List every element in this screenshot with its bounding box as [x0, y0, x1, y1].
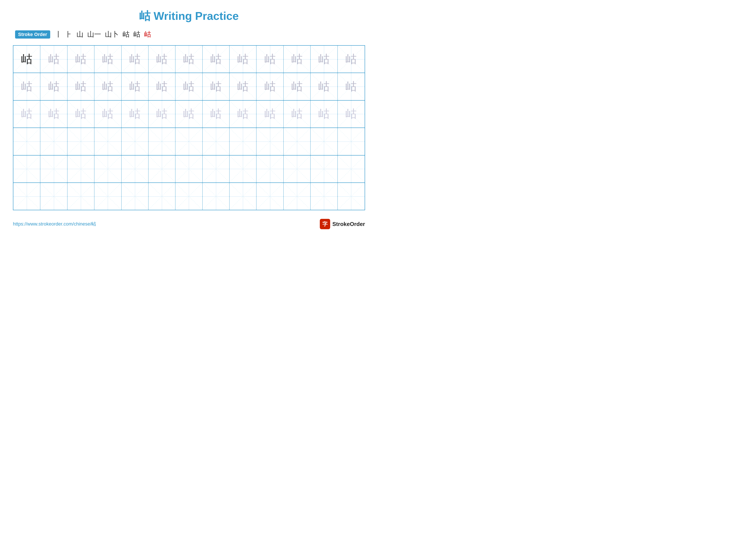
grid-cell[interactable]: 岵 [284, 73, 310, 100]
grid-cell[interactable]: 岵 [122, 101, 148, 128]
logo-text: StrokeOrder [332, 221, 365, 227]
grid-cell[interactable]: 岵 [148, 101, 176, 128]
svg-line-142 [176, 183, 202, 210]
grid-cell[interactable] [148, 128, 176, 155]
grid-cell[interactable] [94, 156, 121, 183]
grid-cell[interactable]: 岵 [176, 46, 202, 73]
grid-cell[interactable]: 岵 [40, 46, 67, 73]
grid-cell[interactable] [122, 156, 148, 183]
grid-cell[interactable]: 岵 [122, 46, 148, 73]
grid-cell[interactable] [148, 183, 176, 210]
cell-character: 岵 [210, 81, 222, 92]
svg-line-79 [14, 128, 40, 155]
grid-cell[interactable]: 岵 [230, 73, 256, 100]
grid-cell[interactable] [68, 128, 94, 155]
grid-cell[interactable]: 岵 [14, 46, 40, 73]
stroke-step-6: 岵 [133, 30, 140, 39]
grid-cell[interactable] [68, 156, 94, 183]
grid-cell[interactable]: 岵 [68, 46, 94, 73]
grid-cell[interactable]: 岵 [256, 73, 284, 100]
grid-cell[interactable]: 岵 [310, 73, 338, 100]
practice-grid: 岵岵岵岵岵岵岵岵岵岵岵岵岵岵岵岵岵岵岵岵岵岵岵岵岵岵岵岵岵岵岵岵岵岵岵岵岵岵岵 [13, 45, 365, 210]
svg-line-127 [310, 156, 337, 182]
grid-cell[interactable] [122, 128, 148, 155]
grid-cell[interactable] [284, 183, 310, 210]
grid-cell[interactable] [338, 183, 364, 210]
grid-cell[interactable] [284, 156, 310, 183]
grid-cell[interactable]: 岵 [338, 46, 364, 73]
grid-cell[interactable] [94, 128, 121, 155]
grid-cell[interactable] [40, 156, 67, 183]
grid-cell[interactable] [338, 156, 364, 183]
grid-cell[interactable] [230, 128, 256, 155]
grid-cell[interactable] [176, 183, 202, 210]
grid-cell[interactable]: 岵 [94, 101, 121, 128]
grid-cell[interactable] [176, 156, 202, 183]
grid-cell[interactable]: 岵 [68, 73, 94, 100]
grid-cell[interactable] [148, 156, 176, 183]
grid-cell[interactable] [310, 156, 338, 183]
svg-line-92 [202, 128, 229, 155]
grid-cell[interactable] [230, 156, 256, 183]
grid-cell[interactable]: 岵 [14, 73, 40, 100]
grid-cell[interactable]: 岵 [284, 101, 310, 128]
grid-cell[interactable]: 岵 [230, 101, 256, 128]
grid-cell[interactable]: 岵 [148, 46, 176, 73]
grid-cell[interactable] [284, 128, 310, 155]
grid-cell[interactable]: 岵 [40, 73, 67, 100]
grid-cell[interactable] [40, 183, 67, 210]
grid-cell[interactable]: 岵 [94, 73, 121, 100]
grid-cell[interactable] [176, 128, 202, 155]
grid-cell[interactable] [68, 183, 94, 210]
svg-line-140 [148, 183, 175, 210]
grid-cell[interactable]: 岵 [176, 73, 202, 100]
grid-cell[interactable]: 岵 [68, 101, 94, 128]
svg-line-151 [284, 183, 310, 210]
grid-cell[interactable]: 岵 [148, 73, 176, 100]
svg-line-94 [230, 128, 256, 155]
grid-cell[interactable] [202, 156, 230, 183]
grid-cell[interactable] [202, 128, 230, 155]
grid-cell[interactable] [14, 128, 40, 155]
grid-cell[interactable]: 岵 [310, 46, 338, 73]
svg-line-134 [68, 183, 94, 210]
grid-cell[interactable] [230, 183, 256, 210]
grid-cell[interactable] [310, 128, 338, 155]
svg-line-80 [40, 128, 67, 155]
svg-line-147 [230, 183, 256, 210]
svg-line-125 [284, 156, 310, 182]
grid-cell[interactable]: 岵 [338, 101, 364, 128]
grid-cell[interactable] [94, 183, 121, 210]
grid-cell[interactable] [256, 128, 284, 155]
grid-cell[interactable] [310, 183, 338, 210]
grid-cell[interactable] [122, 183, 148, 210]
grid-cell[interactable]: 岵 [14, 101, 40, 128]
grid-cell[interactable]: 岵 [202, 46, 230, 73]
grid-cell[interactable]: 岵 [176, 101, 202, 128]
grid-cell[interactable]: 岵 [230, 46, 256, 73]
grid-cell[interactable]: 岵 [338, 73, 364, 100]
grid-cell[interactable] [202, 183, 230, 210]
grid-row-2: 岵岵岵岵岵岵岵岵岵岵岵岵岵 [14, 101, 364, 128]
svg-line-110 [94, 156, 121, 182]
grid-cell[interactable]: 岵 [40, 101, 67, 128]
grid-cell[interactable] [338, 128, 364, 155]
grid-cell[interactable] [256, 183, 284, 210]
grid-cell[interactable]: 岵 [94, 46, 121, 73]
grid-cell[interactable]: 岵 [202, 73, 230, 100]
grid-cell[interactable] [256, 156, 284, 183]
grid-cell[interactable]: 岵 [256, 101, 284, 128]
grid-cell[interactable] [14, 183, 40, 210]
svg-line-112 [122, 156, 148, 182]
grid-cell[interactable]: 岵 [284, 46, 310, 73]
svg-line-133 [40, 183, 67, 210]
svg-line-91 [176, 128, 202, 155]
grid-cell[interactable]: 岵 [256, 46, 284, 73]
grid-cell[interactable]: 岵 [202, 101, 230, 128]
footer-url[interactable]: https://www.strokeorder.com/chinese/岵 [13, 221, 96, 227]
grid-cell[interactable] [40, 128, 67, 155]
grid-cell[interactable]: 岵 [310, 101, 338, 128]
grid-cell[interactable]: 岵 [122, 73, 148, 100]
svg-line-122 [256, 156, 283, 182]
grid-cell[interactable] [14, 156, 40, 183]
